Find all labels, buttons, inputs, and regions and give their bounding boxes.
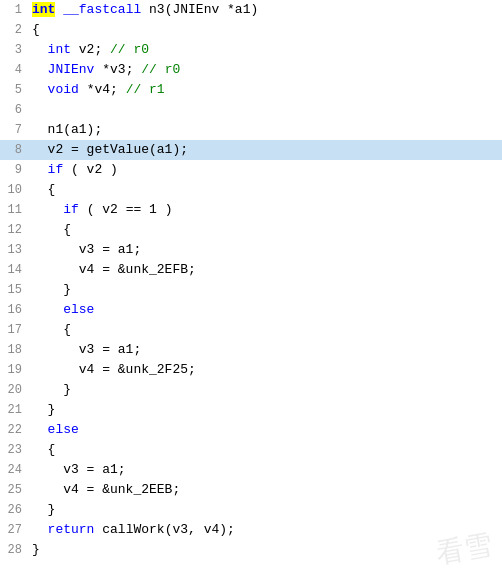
table-row: 6: [0, 100, 502, 120]
table-row: 5 void *v4; // r1: [0, 80, 502, 100]
line-number: 24: [0, 460, 28, 480]
code-line: }: [28, 280, 502, 300]
line-number: 22: [0, 420, 28, 440]
line-number: 16: [0, 300, 28, 320]
kw-token: else: [48, 422, 79, 437]
line-number: 10: [0, 180, 28, 200]
table-row: 28}: [0, 540, 502, 560]
line-number: 7: [0, 120, 28, 140]
code-table: 1int __fastcall n3(JNIEnv *a1)2{3 int v2…: [0, 0, 502, 560]
table-row: 2{: [0, 20, 502, 40]
table-row: 12 {: [0, 220, 502, 240]
line-number: 11: [0, 200, 28, 220]
table-row: 7 n1(a1);: [0, 120, 502, 140]
code-line: }: [28, 540, 502, 560]
code-line: int v2; // r0: [28, 40, 502, 60]
line-number: 3: [0, 40, 28, 60]
code-line: JNIEnv *v3; // r0: [28, 60, 502, 80]
table-row: 20 }: [0, 380, 502, 400]
code-line: if ( v2 == 1 ): [28, 200, 502, 220]
line-number: 23: [0, 440, 28, 460]
line-number: 17: [0, 320, 28, 340]
line-number: 13: [0, 240, 28, 260]
table-row: 3 int v2; // r0: [0, 40, 502, 60]
code-line: int __fastcall n3(JNIEnv *a1): [28, 0, 502, 20]
table-row: 24 v3 = a1;: [0, 460, 502, 480]
line-number: 12: [0, 220, 28, 240]
code-line: v4 = &unk_2F25;: [28, 360, 502, 380]
table-row: 21 }: [0, 400, 502, 420]
line-number: 18: [0, 340, 28, 360]
table-row: 18 v3 = a1;: [0, 340, 502, 360]
code-line: {: [28, 220, 502, 240]
line-number: 27: [0, 520, 28, 540]
kw-type-token: int: [48, 42, 71, 57]
kw-token: if: [63, 202, 79, 217]
table-row: 13 v3 = a1;: [0, 240, 502, 260]
table-row: 15 }: [0, 280, 502, 300]
kw-type-token: JNIEnv: [48, 62, 95, 77]
line-number: 5: [0, 80, 28, 100]
kw-token: return: [48, 522, 95, 537]
code-line: v3 = a1;: [28, 340, 502, 360]
table-row: 14 v4 = &unk_2EFB;: [0, 260, 502, 280]
highlight-word-token: int: [32, 2, 55, 17]
line-number: 15: [0, 280, 28, 300]
line-number: 1: [0, 0, 28, 20]
line-number: 20: [0, 380, 28, 400]
line-number: 8: [0, 140, 28, 160]
code-line: if ( v2 ): [28, 160, 502, 180]
code-viewer: 1int __fastcall n3(JNIEnv *a1)2{3 int v2…: [0, 0, 502, 578]
table-row: 16 else: [0, 300, 502, 320]
kw-token: __fastcall: [63, 2, 141, 17]
table-row: 25 v4 = &unk_2EEB;: [0, 480, 502, 500]
line-number: 26: [0, 500, 28, 520]
code-line: }: [28, 380, 502, 400]
code-line: else: [28, 300, 502, 320]
table-row: 19 v4 = &unk_2F25;: [0, 360, 502, 380]
code-line: }: [28, 400, 502, 420]
table-row: 4 JNIEnv *v3; // r0: [0, 60, 502, 80]
code-line: }: [28, 500, 502, 520]
code-line: v3 = a1;: [28, 460, 502, 480]
line-number: 28: [0, 540, 28, 560]
code-line: {: [28, 20, 502, 40]
code-line: v2 = getValue(a1);: [28, 140, 502, 160]
line-number: 4: [0, 60, 28, 80]
table-row: 26 }: [0, 500, 502, 520]
line-number: 9: [0, 160, 28, 180]
table-row: 9 if ( v2 ): [0, 160, 502, 180]
line-number: 25: [0, 480, 28, 500]
code-line: v4 = &unk_2EFB;: [28, 260, 502, 280]
kw-type-token: void: [48, 82, 79, 97]
code-line: void *v4; // r1: [28, 80, 502, 100]
table-row: 27 return callWork(v3, v4);: [0, 520, 502, 540]
kw-token: if: [48, 162, 64, 177]
line-number: 14: [0, 260, 28, 280]
line-number: 19: [0, 360, 28, 380]
code-line: return callWork(v3, v4);: [28, 520, 502, 540]
comment-token: // r0: [141, 62, 180, 77]
code-line: {: [28, 320, 502, 340]
table-row: 8 v2 = getValue(a1);: [0, 140, 502, 160]
table-row: 22 else: [0, 420, 502, 440]
line-number: 2: [0, 20, 28, 40]
kw-token: else: [63, 302, 94, 317]
line-number: 21: [0, 400, 28, 420]
code-line: {: [28, 440, 502, 460]
code-line: else: [28, 420, 502, 440]
code-line: {: [28, 180, 502, 200]
code-line: v4 = &unk_2EEB;: [28, 480, 502, 500]
comment-token: // r1: [126, 82, 165, 97]
table-row: 11 if ( v2 == 1 ): [0, 200, 502, 220]
table-row: 1int __fastcall n3(JNIEnv *a1): [0, 0, 502, 20]
table-row: 10 {: [0, 180, 502, 200]
comment-token: // r0: [110, 42, 149, 57]
table-row: 23 {: [0, 440, 502, 460]
table-row: 17 {: [0, 320, 502, 340]
code-line: v3 = a1;: [28, 240, 502, 260]
code-line: n1(a1);: [28, 120, 502, 140]
line-number: 6: [0, 100, 28, 120]
code-line: [28, 100, 502, 120]
